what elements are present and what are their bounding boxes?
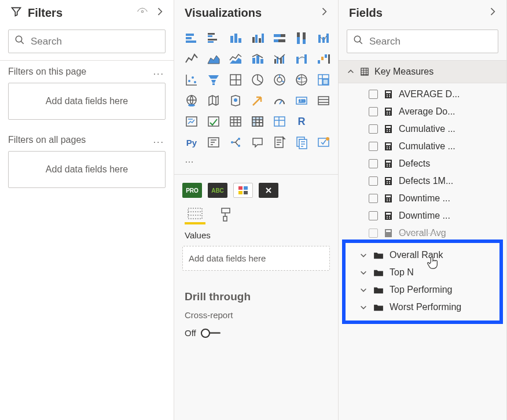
field-cumulative-1[interactable]: Cumulative ... <box>339 120 506 138</box>
viz-python-visual[interactable]: Py <box>182 134 201 151</box>
viz-matrix[interactable] <box>248 113 267 130</box>
checkbox[interactable] <box>369 176 378 186</box>
viz-r-visual[interactable]: R <box>292 113 311 130</box>
format-tab[interactable] <box>218 207 232 224</box>
viz-arrow[interactable] <box>248 92 267 109</box>
fields-well-tab[interactable] <box>185 207 205 224</box>
folder-top-performing[interactable]: Top Performing <box>346 281 499 299</box>
viz-matrix-2[interactable] <box>270 113 289 130</box>
viz-stacked-column[interactable] <box>226 30 245 47</box>
viz-line[interactable] <box>182 50 201 68</box>
filters-page-dropzone[interactable]: Add data fields here <box>8 83 166 120</box>
svg-point-98 <box>387 129 388 130</box>
viz-slicer[interactable] <box>204 113 223 130</box>
viz-multi-card[interactable] <box>314 92 333 109</box>
field-downtime-1[interactable]: Downtime ... <box>339 190 506 207</box>
svg-rect-25 <box>322 37 325 43</box>
fields-search-input[interactable] <box>369 36 492 47</box>
viz-pie[interactable] <box>248 71 267 89</box>
viz-stacked-bar[interactable] <box>182 30 201 47</box>
viz-line-stacked-column[interactable] <box>248 50 267 68</box>
viz-card[interactable]: 123 <box>292 92 311 109</box>
field-average-d[interactable]: AVERAGE D... <box>339 86 506 103</box>
viz-clustered-column[interactable] <box>248 30 267 47</box>
viz-line-clustered-column[interactable] <box>270 50 289 68</box>
checkbox[interactable] <box>369 124 378 134</box>
checkbox[interactable] <box>369 142 378 151</box>
viz-shape-map[interactable] <box>204 92 223 109</box>
filters-all-dropzone[interactable]: Add data fields here <box>8 151 166 188</box>
fields-search[interactable] <box>347 30 498 53</box>
filters-page-more-icon[interactable]: ... <box>153 67 164 77</box>
checkbox[interactable] <box>369 107 378 116</box>
theme-pro[interactable]: PRO <box>182 183 202 198</box>
filters-all-more-icon[interactable]: ... <box>153 135 164 145</box>
table-key-measures[interactable]: Key Measures <box>339 60 506 83</box>
viz-kpi[interactable] <box>182 113 201 130</box>
viz-treemap[interactable] <box>226 71 245 89</box>
viz-filled-map[interactable] <box>314 71 333 89</box>
measure-icon <box>384 124 393 134</box>
folder-overall-rank[interactable]: Overall Rank <box>346 246 499 264</box>
field-average-do[interactable]: Average Do... <box>339 103 506 120</box>
collapse-filters-icon[interactable] <box>154 6 166 20</box>
field-defects[interactable]: Defects <box>339 155 506 172</box>
viz-ribbon-chart[interactable] <box>292 50 311 68</box>
collapse-fields-icon[interactable] <box>487 6 498 20</box>
viz-map[interactable] <box>292 71 311 89</box>
toggle-off-label: Off <box>185 328 196 338</box>
viz-more-icon[interactable]: … <box>174 153 338 171</box>
svg-point-112 <box>387 165 388 167</box>
viz-funnel[interactable] <box>204 71 223 89</box>
svg-rect-2 <box>186 34 194 36</box>
viz-get-more[interactable] <box>314 134 333 151</box>
eye-icon[interactable] <box>137 6 148 20</box>
viz-paginated[interactable] <box>292 134 311 151</box>
viz-donut[interactable] <box>270 71 289 89</box>
group-label: Key Measures <box>374 67 433 77</box>
theme-x[interactable] <box>259 183 278 198</box>
viz-globe-map[interactable] <box>182 92 201 109</box>
field-downtime-2[interactable]: Downtime ... <box>339 207 506 224</box>
viz-key-influencers[interactable] <box>204 134 223 151</box>
viz-clustered-bar[interactable] <box>204 30 223 47</box>
svg-rect-97 <box>386 126 391 128</box>
viz-100-stacked-column[interactable] <box>292 30 311 47</box>
measure-icon <box>384 159 393 168</box>
checkbox[interactable] <box>369 194 378 203</box>
visualizations-pane: Visualizations 12 <box>174 0 339 420</box>
checkbox[interactable] <box>369 211 378 220</box>
viz-narrative[interactable] <box>270 134 289 151</box>
filters-search[interactable] <box>8 30 166 53</box>
collapse-viz-icon[interactable] <box>318 6 330 20</box>
field-defects-1m[interactable]: Defects 1M... <box>339 172 506 190</box>
folder-worst-performing[interactable]: Worst Performing <box>346 299 499 316</box>
checkbox[interactable] <box>369 229 378 238</box>
checkbox[interactable] <box>369 90 378 99</box>
theme-abc[interactable]: ABC <box>208 183 227 198</box>
svg-rect-15 <box>262 34 264 43</box>
values-dropzone[interactable]: Add data fields here <box>182 246 330 271</box>
viz-100-stacked-bar[interactable] <box>270 30 289 47</box>
svg-rect-37 <box>321 57 324 60</box>
viz-table[interactable] <box>226 113 245 130</box>
viz-qa[interactable] <box>248 134 267 151</box>
field-cumulative-2[interactable]: Cumulative ... <box>339 138 506 155</box>
measure-icon <box>384 90 393 99</box>
checkbox[interactable] <box>369 159 378 168</box>
viz-scatter[interactable] <box>182 71 201 89</box>
viz-gauge[interactable] <box>270 92 289 109</box>
cross-report-toggle[interactable] <box>201 329 221 338</box>
viz-ribbon[interactable] <box>314 30 333 47</box>
viz-area[interactable] <box>204 50 223 68</box>
filters-search-input[interactable] <box>31 36 159 47</box>
viz-azure-map[interactable] <box>226 92 245 109</box>
theme-color[interactable] <box>233 183 253 198</box>
folder-top-n[interactable]: Top N <box>346 264 499 281</box>
viz-waterfall[interactable] <box>314 50 333 68</box>
fields-title: Fields <box>349 6 383 20</box>
svg-point-110 <box>387 164 388 165</box>
viz-decomposition[interactable] <box>226 134 245 151</box>
viz-stacked-area[interactable] <box>226 50 245 68</box>
measure-icon <box>384 211 393 220</box>
